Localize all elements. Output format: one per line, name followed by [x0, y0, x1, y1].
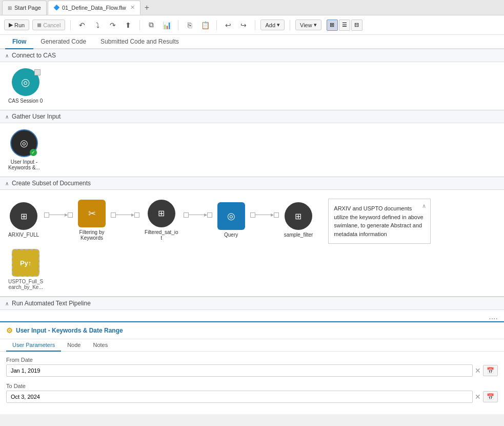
user-input-icon: ◎: [20, 138, 28, 149]
from-date-calendar-btn[interactable]: 📅: [483, 365, 498, 376]
undo-button[interactable]: ↩: [222, 19, 234, 31]
step-into-button[interactable]: ⤵: [91, 19, 104, 31]
upload-button[interactable]: ⬆: [122, 19, 134, 31]
filtering-label: Filtering byKeywords: [79, 229, 105, 241]
view-dropdown[interactable]: View ▾: [295, 20, 321, 30]
add-arrow: ▾: [277, 22, 280, 28]
view-grid-button[interactable]: ⊞: [327, 20, 338, 31]
arxiv-full-node[interactable]: ⊞ ARXIV_FULL: [8, 202, 39, 238]
nav-tab-generated-code[interactable]: Generated Code: [33, 35, 93, 49]
sample-filter-node[interactable]: ⊞ sample_filter: [284, 202, 313, 238]
section-connect-to-cas: ∧ Connect to CAS ◎ CAS Session 0: [0, 49, 504, 110]
separator-5: [255, 20, 255, 30]
chevron-gather-icon: ∧: [5, 114, 9, 120]
arxiv-full-box: ⊞: [10, 202, 37, 230]
tab-flow-file-label: 01_Define_Data_Flow.flw: [62, 5, 126, 11]
add-label: Add: [265, 22, 275, 28]
query-box: ◎: [217, 202, 245, 230]
user-input-node[interactable]: ◎ ✓ User Input -Keywords &...: [8, 129, 40, 170]
nav-tab-flow[interactable]: Flow: [5, 35, 33, 49]
from-date-clear-btn[interactable]: ✕: [475, 366, 481, 375]
section-gather-user-input: ∧ Gather User Input ◎ ✓ User Input -Keyw…: [0, 110, 504, 177]
tab-add-button[interactable]: +: [142, 3, 152, 12]
to-date-label: To Date: [6, 383, 498, 389]
cas-session-node[interactable]: ◎ CAS Session 0: [8, 68, 43, 104]
section-gather-label: Gather User Input: [12, 113, 61, 120]
panel-tab-user-params[interactable]: User Parameters: [6, 339, 61, 352]
query-icon: ◎: [227, 210, 235, 222]
arrow-3: ▶: [184, 212, 212, 228]
panel-title-row: ⚙ User Input - Keywords & Date Range: [0, 322, 504, 339]
to-date-clear-btn[interactable]: ✕: [475, 393, 481, 401]
sample-filter-box: ⊞: [285, 202, 312, 230]
step-back-button[interactable]: ↶: [76, 19, 88, 31]
separator-3: [178, 20, 178, 30]
panel-body: From Date ✕ 📅 To Date ✕ 📅: [0, 352, 504, 414]
filtered-sat-box: ⊞: [148, 200, 175, 227]
copy-button[interactable]: ⎘: [184, 19, 196, 31]
arxiv-full-label: ARXIV_FULL: [8, 232, 39, 238]
toolbar: ▶ Run ◼ Cancel ↶ ⤵ ↷ ⬆ ⧉ 📊 ⎘ 📋 ↩ ↪ Add ▾…: [0, 15, 504, 35]
nav-tab-submitted-code[interactable]: Submitted Code and Results: [93, 35, 186, 49]
query-node[interactable]: ◎ Query: [217, 202, 245, 238]
cas-session-icon: ◎: [21, 76, 30, 88]
cas-session-label: CAS Session 0: [8, 98, 43, 104]
filtered-sat-node[interactable]: ⊞ Filtered_sat_iot: [145, 200, 178, 241]
step-over-button[interactable]: ↷: [107, 19, 119, 31]
panel-tab-node[interactable]: Node: [61, 339, 87, 352]
filtered-sat-icon: ⊞: [158, 208, 165, 218]
cancel-button[interactable]: ◼ Cancel: [32, 20, 65, 30]
section-gather-body: ◎ ✓ User Input -Keywords &...: [0, 123, 504, 177]
chevron-connect-icon: ∧: [5, 53, 9, 59]
to-date-input[interactable]: [6, 391, 473, 403]
extra-node-row: Py↑ USPTO_Full_Search_by_Ke...: [8, 249, 431, 290]
filtering-icon: ✂: [88, 208, 96, 219]
run-button[interactable]: ▶ Run: [4, 20, 29, 30]
section-subset-body: ⊞ ARXIV_FULL ▶: [0, 190, 504, 296]
from-date-input[interactable]: [6, 364, 473, 377]
bottom-panel: ⚙ User Input - Keywords & Date Range Use…: [0, 321, 504, 414]
paste-button[interactable]: 📋: [199, 19, 211, 31]
view-arrow: ▾: [314, 22, 317, 28]
panel-tabs: User Parameters Node Notes: [0, 339, 504, 352]
redo-button[interactable]: ↪: [237, 19, 250, 31]
view-label: View: [300, 22, 312, 28]
tab-close-btn[interactable]: ✕: [130, 4, 135, 11]
subset-node-row: ⊞ ARXIV_FULL ▶: [8, 196, 431, 244]
to-date-calendar-btn[interactable]: 📅: [483, 391, 498, 402]
query-label: Query: [224, 232, 238, 238]
section-subset-label: Create Subset of Documents: [12, 180, 91, 187]
sample-filter-label: sample_filter: [284, 232, 313, 238]
tab-start-page-label: Start Page: [14, 5, 41, 11]
separator-1: [70, 20, 71, 30]
uspto-node[interactable]: Py↑ USPTO_Full_Search_by_Ke...: [8, 249, 43, 290]
tab-start-page[interactable]: ⊞ Start Page: [2, 1, 47, 15]
uspto-box: Py↑: [12, 249, 39, 277]
from-date-row: ✕ 📅: [6, 364, 498, 377]
from-date-label: From Date: [6, 357, 498, 363]
section-connect-body: ◎ CAS Session 0: [0, 62, 504, 110]
filtering-box: ✂: [78, 200, 106, 227]
filtering-node[interactable]: ✂ Filtering byKeywords: [78, 200, 106, 241]
arrow-4: ▶: [250, 212, 279, 228]
view-list-button[interactable]: ☰: [339, 20, 350, 31]
tab-bar: ⊞ Start Page 🔷 01_Define_Data_Flow.flw ✕…: [0, 0, 504, 15]
panel-title-icon: ⚙: [6, 326, 13, 335]
separator-2: [139, 20, 140, 30]
results-button[interactable]: 📊: [160, 19, 173, 31]
copy-table-button[interactable]: ⧉: [145, 19, 157, 31]
filtered-sat-label: Filtered_sat_iot: [145, 229, 178, 241]
flow-file-icon: 🔷: [53, 5, 59, 10]
separator-6: [290, 20, 290, 30]
cancel-label: Cancel: [43, 22, 61, 28]
uspto-icon: Py↑: [20, 259, 31, 267]
section-create-subset: ∧ Create Subset of Documents ⊞ ARXIV_FUL…: [0, 177, 504, 297]
panel-tab-notes[interactable]: Notes: [87, 339, 114, 352]
add-dropdown[interactable]: Add ▾: [260, 20, 285, 30]
view-table-button[interactable]: ⊟: [351, 20, 362, 31]
tooltip-close-btn[interactable]: ∧: [422, 202, 426, 210]
section-connect-label: Connect to CAS: [12, 52, 56, 59]
tooltip-text: ARXIV and USPTO documents utilize the ke…: [334, 205, 423, 237]
view-icons-group: ⊞ ☰ ⊟: [327, 20, 362, 31]
tab-flow-file[interactable]: 🔷 01_Define_Data_Flow.flw ✕: [48, 1, 140, 15]
